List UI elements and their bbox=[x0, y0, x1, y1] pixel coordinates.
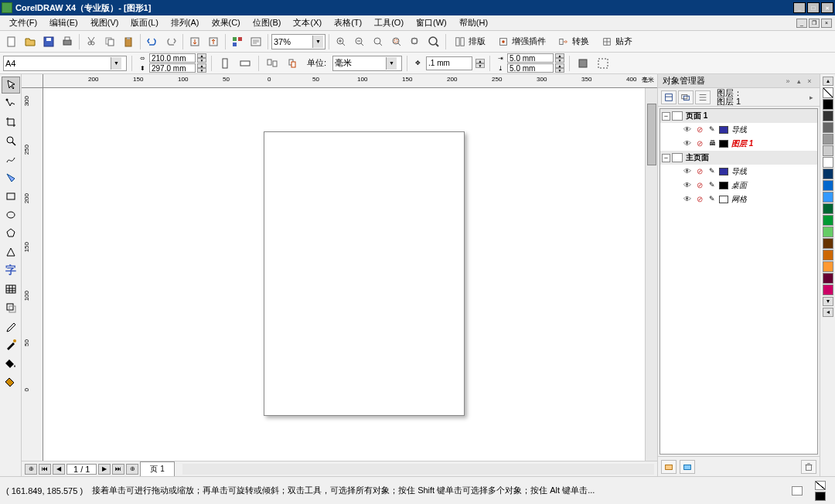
interactive-tool[interactable] bbox=[2, 299, 20, 316]
menu-x[interactable]: 文本(X) bbox=[287, 15, 328, 30]
current-page-button[interactable] bbox=[284, 55, 301, 72]
menu-e[interactable]: 编辑(E) bbox=[43, 15, 84, 30]
crop-tool[interactable] bbox=[2, 114, 20, 131]
first-page-button[interactable]: ⏮ bbox=[39, 464, 51, 475]
landscape-button[interactable] bbox=[237, 55, 254, 72]
new-master-layer-button[interactable] bbox=[680, 460, 695, 474]
color-swatch[interactable] bbox=[823, 145, 833, 156]
page[interactable] bbox=[264, 131, 465, 416]
zoom-input[interactable] bbox=[274, 37, 312, 46]
options-button[interactable] bbox=[595, 55, 612, 72]
page-width-input[interactable] bbox=[149, 53, 196, 63]
copy-button[interactable] bbox=[101, 33, 118, 50]
new-button[interactable] bbox=[3, 33, 20, 50]
print-icon[interactable]: ✎ bbox=[707, 125, 717, 135]
lock-icon[interactable]: ⊘ bbox=[694, 195, 705, 204]
docker-more-button[interactable]: ▸ bbox=[806, 93, 816, 102]
color-swatch[interactable] bbox=[823, 134, 833, 145]
fill-none-indicator[interactable] bbox=[815, 481, 826, 490]
add-page-after-button[interactable]: ⊕ bbox=[126, 464, 138, 475]
show-properties-button[interactable] bbox=[661, 90, 677, 104]
duplicate-x-input[interactable] bbox=[507, 53, 554, 63]
basic-shapes-tool[interactable] bbox=[2, 243, 20, 261]
freehand-tool[interactable] bbox=[2, 151, 20, 168]
fill-tool[interactable] bbox=[2, 355, 20, 372]
palette-flyout-button[interactable]: ◂ bbox=[823, 308, 833, 317]
redo-button[interactable] bbox=[162, 33, 179, 50]
import-button[interactable] bbox=[186, 33, 203, 50]
paper-size-input[interactable] bbox=[5, 59, 111, 68]
spin-down-button[interactable]: ▼ bbox=[555, 58, 564, 63]
zoom-dropdown[interactable]: ▼ bbox=[271, 34, 325, 49]
zoom-selection-button[interactable] bbox=[388, 33, 405, 50]
color-swatch[interactable] bbox=[823, 273, 833, 284]
canvas-viewport[interactable] bbox=[43, 88, 645, 461]
tree-page-row[interactable]: −页面 1 bbox=[660, 109, 817, 123]
unit-dropdown[interactable]: ▼ bbox=[332, 56, 402, 71]
layer-tree[interactable]: −页面 1👁⊘✎导线👁⊘🖶图层 1−主页面👁⊘✎导线👁⊘✎桌面👁⊘✎网格 bbox=[659, 108, 818, 455]
pick-tool[interactable] bbox=[2, 77, 20, 94]
eyedropper-tool[interactable] bbox=[2, 318, 20, 335]
ellipse-tool[interactable] bbox=[2, 206, 20, 223]
export-button[interactable] bbox=[205, 33, 222, 50]
unit-input[interactable] bbox=[335, 59, 386, 68]
enhance-button[interactable]: 增强插件 bbox=[492, 33, 551, 49]
spin-down-button[interactable]: ▼ bbox=[555, 68, 564, 73]
print-button[interactable] bbox=[59, 33, 76, 50]
color-swatch[interactable] bbox=[823, 111, 833, 121]
interactive-fill-tool[interactable] bbox=[2, 373, 20, 390]
cut-button[interactable] bbox=[83, 33, 100, 50]
zoom-tool-button[interactable] bbox=[425, 33, 442, 50]
color-swatch[interactable] bbox=[823, 203, 833, 214]
layout-button[interactable]: 排版 bbox=[449, 33, 491, 49]
fill-color-indicator[interactable] bbox=[815, 492, 826, 501]
color-swatch[interactable] bbox=[823, 238, 833, 249]
paper-size-dropdown[interactable]: ▼ bbox=[3, 56, 127, 71]
print-icon[interactable]: ✎ bbox=[707, 195, 717, 204]
layer-color-swatch[interactable] bbox=[719, 196, 728, 203]
menu-v[interactable]: 视图(V) bbox=[84, 15, 125, 30]
docker-collapse-button[interactable]: ▴ bbox=[793, 77, 804, 86]
text-tool[interactable]: 字 bbox=[2, 262, 20, 279]
polygon-tool[interactable] bbox=[2, 225, 20, 242]
tree-layer-row[interactable]: 👁⊘✎导线 bbox=[660, 123, 817, 137]
table-tool[interactable] bbox=[2, 281, 20, 298]
close-button[interactable]: × bbox=[821, 2, 833, 13]
convert-button[interactable]: 转换 bbox=[553, 33, 595, 49]
layer-color-swatch[interactable] bbox=[719, 140, 728, 148]
spin-down-button[interactable]: ▼ bbox=[197, 58, 206, 63]
last-page-button[interactable]: ⏭ bbox=[112, 464, 124, 475]
menu-b[interactable]: 位图(B) bbox=[247, 15, 288, 30]
lock-icon[interactable]: ⊘ bbox=[694, 139, 705, 148]
menu-a[interactable]: 排列(A) bbox=[165, 15, 206, 30]
tree-page-row[interactable]: −主页面 bbox=[660, 151, 817, 165]
color-swatch[interactable] bbox=[823, 192, 833, 203]
color-swatch[interactable] bbox=[823, 215, 833, 226]
undo-button[interactable] bbox=[144, 33, 161, 50]
color-swatch[interactable] bbox=[823, 180, 833, 191]
menu-f[interactable]: 文件(F) bbox=[3, 15, 43, 30]
vertical-scrollbar[interactable] bbox=[645, 88, 657, 461]
nudge-input[interactable] bbox=[426, 56, 472, 70]
tree-toggle[interactable]: − bbox=[662, 154, 670, 162]
layer-manager-view-button[interactable] bbox=[695, 90, 711, 104]
doc-restore-button[interactable]: ❐ bbox=[809, 19, 820, 28]
horizontal-ruler[interactable]: 20015010050050100150200250300350400毫米 bbox=[43, 74, 657, 88]
page-height-input[interactable] bbox=[149, 63, 196, 73]
layer-color-swatch[interactable] bbox=[719, 182, 728, 189]
visibility-icon[interactable]: 👁 bbox=[682, 125, 693, 135]
menu-l[interactable]: 版面(L) bbox=[124, 15, 164, 30]
all-pages-button[interactable] bbox=[264, 55, 281, 72]
visibility-icon[interactable]: 👁 bbox=[682, 181, 693, 190]
portrait-button[interactable] bbox=[216, 55, 233, 72]
duplicate-y-input[interactable] bbox=[507, 63, 554, 73]
zoom-page-button[interactable] bbox=[407, 33, 424, 50]
lock-icon[interactable]: ⊘ bbox=[694, 181, 705, 190]
paste-button[interactable] bbox=[120, 33, 137, 50]
tree-layer-row[interactable]: 👁⊘✎导线 bbox=[660, 165, 817, 179]
tree-layer-row[interactable]: 👁⊘✎桌面 bbox=[660, 179, 817, 192]
visibility-icon[interactable]: 👁 bbox=[682, 167, 693, 176]
color-swatch[interactable] bbox=[823, 250, 833, 261]
zoom-fit-button[interactable] bbox=[370, 33, 387, 50]
app-launcher-button[interactable] bbox=[229, 33, 246, 50]
